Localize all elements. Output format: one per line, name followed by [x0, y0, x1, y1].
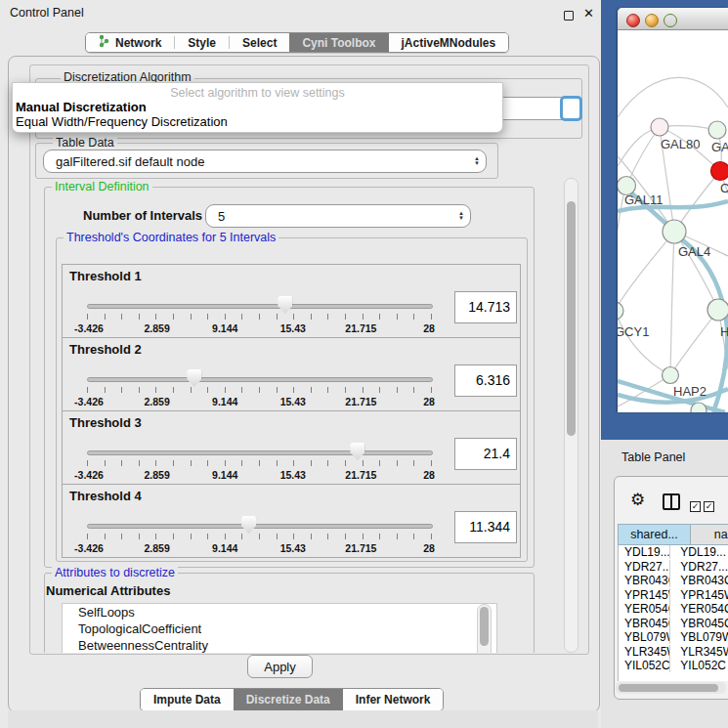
thresholds-group-label: Threshold's Coordinates for 5 Intervals: [64, 231, 278, 244]
network-node[interactable]: [711, 162, 728, 181]
tab-impute-data[interactable]: Impute Data: [141, 689, 234, 710]
network-node[interactable]: [691, 403, 707, 412]
slider-ticks: [87, 460, 432, 466]
tick-label: 9.144: [200, 542, 249, 554]
tick-label: -3.426: [64, 469, 113, 481]
network-edge[interactable]: [670, 310, 718, 375]
tab-cyni-toolbox[interactable]: Cyni Toolbox: [289, 33, 388, 52]
slider-ticks: [87, 387, 432, 393]
attribute-list-item[interactable]: TopologicalCoefficient: [63, 621, 496, 637]
table-cell: YIL052C: [670, 659, 728, 672]
table-hscrollbar-thumb[interactable]: [619, 684, 718, 692]
number-of-intervals-combobox[interactable]: 5 ▲▼: [205, 204, 471, 228]
network-edge[interactable]: [626, 127, 660, 186]
threshold-value-field[interactable]: 11.344: [454, 511, 517, 543]
tick-label: 9.144: [200, 322, 249, 334]
attribute-list-item[interactable]: SelfLoops: [63, 604, 496, 621]
tick-label: 2.859: [133, 396, 182, 407]
table-row[interactable]: YER054CYER054C: [619, 602, 728, 617]
network-edge[interactable]: [670, 232, 674, 375]
table-row[interactable]: YIL052CYIL052C: [619, 659, 728, 673]
network-window-titlebar[interactable]: [618, 8, 728, 30]
table-cell: YBR043C: [619, 574, 670, 587]
combo-spinner-icon: ▲▼: [468, 156, 486, 166]
table-data-combobox[interactable]: galFiltered.sif default node ▲▼: [43, 150, 487, 173]
network-node[interactable]: [651, 118, 668, 136]
tab-label: Discretize Data: [246, 693, 330, 707]
slider-ticks: [87, 534, 432, 539]
network-node[interactable]: [708, 121, 726, 139]
threshold-value-field[interactable]: 6.316: [454, 364, 517, 397]
tick-label: 21.715: [336, 542, 385, 554]
slider-thumb[interactable]: [241, 516, 256, 534]
table-cell: YER054C: [619, 602, 670, 616]
settings-scrollbar-thumb[interactable]: [567, 201, 576, 436]
attribute-list-item[interactable]: BetweennessCentrality: [63, 637, 496, 653]
network-edge[interactable]: [618, 77, 728, 117]
tab-label: Impute Data: [153, 693, 221, 707]
tab-infer-network[interactable]: Infer Network: [343, 689, 444, 710]
tab-jactivemnodules[interactable]: jActiveMNodules: [389, 33, 509, 52]
table-row[interactable]: YBR045CYBR045C: [619, 617, 728, 631]
threshold-value-field[interactable]: 14.713: [454, 291, 517, 323]
tick-label: 15.43: [269, 469, 318, 481]
table-hscrollbar[interactable]: [616, 682, 726, 694]
table-row[interactable]: YBL079WYBL079W: [619, 630, 728, 645]
network-node[interactable]: [618, 302, 623, 320]
settings-scrollbar[interactable]: [564, 178, 578, 653]
table-row[interactable]: YBR043CYBR043C: [619, 574, 728, 588]
tab-style[interactable]: Style: [175, 33, 229, 52]
zoom-traffic-light-icon[interactable]: [664, 14, 677, 27]
network-canvas[interactable]: GAL80GACGAL11GAL4GCY1HHAP2: [618, 29, 728, 412]
algorithm-popup-prompt: Select algorithm to view settings: [13, 86, 502, 100]
tab-select[interactable]: Select: [230, 33, 289, 52]
algorithm-popup-item[interactable]: Equal Width/Frequency Discretization: [16, 114, 228, 129]
network-node[interactable]: [707, 299, 728, 321]
close-traffic-light-icon[interactable]: [626, 14, 640, 27]
column-select-button[interactable]: ✓✓: [690, 495, 717, 513]
tick-label: 9.144: [200, 396, 249, 407]
tick-label: 28: [405, 396, 453, 407]
threshold-value-field[interactable]: 21.4: [454, 438, 517, 470]
algorithm-combo-button-focus-ring[interactable]: [560, 96, 582, 121]
network-node[interactable]: [663, 220, 686, 243]
tab-network[interactable]: Network: [86, 33, 174, 52]
split-columns-button[interactable]: [663, 493, 680, 510]
table-column-header[interactable]: shared...: [618, 524, 691, 545]
tick-label: 28: [405, 542, 453, 554]
tick-label: 21.715: [336, 469, 385, 481]
tab-label: Network: [115, 36, 161, 50]
table-settings-button[interactable]: ⚙: [630, 492, 645, 509]
slider-track[interactable]: [87, 377, 433, 382]
slider-track[interactable]: [87, 450, 433, 455]
table-row[interactable]: YPR145WYPR145W: [619, 588, 728, 603]
slider-thumb[interactable]: [187, 369, 201, 387]
network-node[interactable]: [663, 367, 679, 384]
network-edge[interactable]: [618, 311, 670, 375]
table-body: YDL19...YDL19...YDR27...YDR27...YBR043CY…: [618, 545, 728, 681]
apply-button[interactable]: Apply: [247, 655, 313, 678]
slider-thumb[interactable]: [278, 296, 292, 314]
network-edge[interactable]: [618, 232, 674, 311]
close-icon[interactable]: ✕: [583, 6, 594, 21]
tick-label: 21.715: [336, 322, 385, 334]
control-panel-title: Control Panel: [10, 6, 84, 20]
attributes-list-scrollbar[interactable]: [477, 604, 492, 653]
tab-discretize-data[interactable]: Discretize Data: [234, 689, 343, 710]
table-row[interactable]: YDL19...YDL19...: [619, 545, 728, 560]
slider-thumb[interactable]: [350, 443, 364, 460]
network-node-label: H: [720, 324, 728, 339]
tick-label: 28: [405, 322, 453, 334]
tick-label: 28: [405, 469, 453, 481]
table-row[interactable]: YLR345WYLR345W: [619, 645, 728, 660]
table-row[interactable]: YDR27...YDR27...: [619, 560, 728, 575]
slider-track[interactable]: [87, 304, 433, 309]
slider-track[interactable]: [87, 524, 433, 529]
minimize-traffic-light-icon[interactable]: [645, 14, 659, 27]
attributes-scrollbar-thumb[interactable]: [480, 607, 489, 646]
algorithm-popup-item[interactable]: Manual Discretization: [16, 100, 147, 114]
float-window-icon[interactable]: [564, 11, 574, 21]
number-of-intervals-label: Number of Intervals: [83, 208, 202, 223]
table-column-header[interactable]: name: [691, 524, 728, 545]
numerical-attributes-list[interactable]: SelfLoopsTopologicalCoefficientBetweenne…: [62, 603, 497, 653]
